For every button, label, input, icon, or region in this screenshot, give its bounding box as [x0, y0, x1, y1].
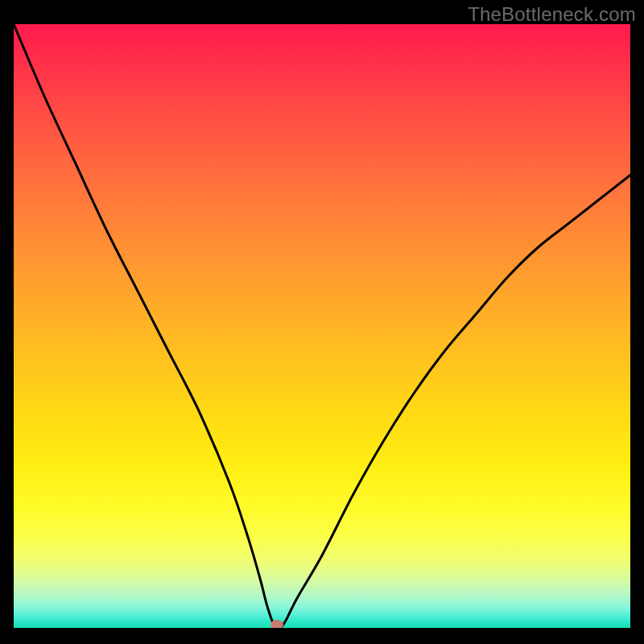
optimal-point-marker — [270, 620, 283, 628]
curve-svg — [14, 24, 630, 628]
chart-frame: TheBottleneck.com — [0, 0, 644, 644]
watermark-text: TheBottleneck.com — [468, 3, 636, 26]
plot-area — [14, 24, 630, 628]
bottleneck-curve — [14, 24, 630, 628]
